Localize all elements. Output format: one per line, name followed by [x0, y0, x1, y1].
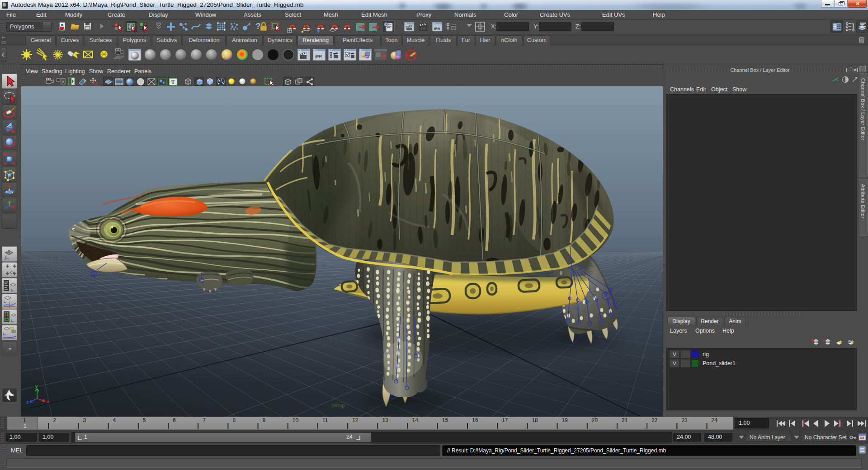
svg-text:5: 5 — [143, 417, 146, 423]
svg-text:IPR: IPR — [315, 54, 323, 59]
svg-text:16: 16 — [472, 417, 478, 423]
svg-text:x: x — [47, 399, 49, 404]
svg-text:23: 23 — [681, 417, 688, 423]
svg-text:19: 19 — [562, 417, 568, 423]
svg-text:z: z — [26, 400, 29, 405]
svg-text:7: 7 — [203, 417, 206, 423]
svg-text:Attribute Editor: Attribute Editor — [860, 184, 866, 218]
svg-text:8: 8 — [232, 417, 236, 423]
svg-text:y: y — [35, 383, 38, 389]
svg-text:9: 9 — [263, 417, 266, 423]
svg-text:24: 24 — [712, 417, 718, 423]
svg-text:12: 12 — [352, 417, 359, 423]
svg-text:21: 21 — [622, 417, 628, 423]
svg-text:17: 17 — [502, 417, 508, 423]
svg-text:15: 15 — [442, 417, 448, 423]
svg-text:10: 10 — [292, 417, 299, 423]
svg-text:20: 20 — [592, 417, 598, 423]
svg-text:11: 11 — [322, 417, 328, 423]
svg-text:3: 3 — [83, 417, 86, 423]
svg-text:T: T — [171, 79, 175, 85]
svg-text:2: 2 — [53, 417, 56, 423]
svg-text:1: 1 — [23, 417, 26, 423]
svg-text:13: 13 — [382, 417, 388, 423]
svg-text:14: 14 — [412, 417, 419, 423]
svg-text:4: 4 — [113, 417, 116, 423]
svg-text:6: 6 — [173, 417, 176, 423]
svg-text:IPR: IPR — [434, 27, 440, 31]
svg-text:Channel Box / Layer Editor: Channel Box / Layer Editor — [860, 78, 866, 141]
svg-text:18: 18 — [532, 417, 538, 423]
svg-text:22: 22 — [651, 417, 658, 423]
